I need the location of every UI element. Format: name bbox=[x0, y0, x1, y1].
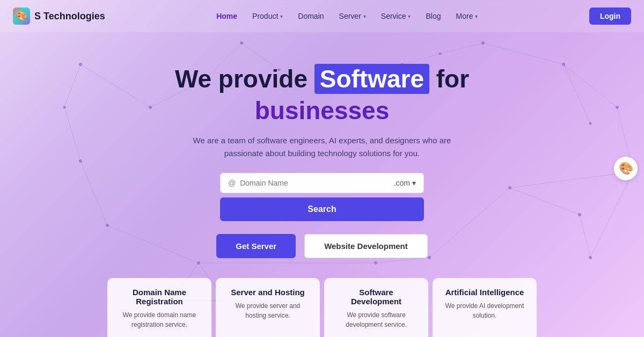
card-server-title: Server and Hosting bbox=[226, 288, 309, 297]
card-domain: Domain Name Registration We provide doma… bbox=[107, 278, 211, 337]
card-software-desc: We provide software development service. bbox=[335, 310, 418, 329]
logo[interactable]: 🎨 S Technologies bbox=[13, 8, 105, 25]
tld-select[interactable]: .com ▾ bbox=[394, 179, 416, 187]
nav-product[interactable]: Product ▾ bbox=[252, 12, 283, 20]
card-domain-desc: We provide domain name registration serv… bbox=[118, 310, 201, 329]
hero-section: We provide Software for businesses We ar… bbox=[0, 32, 644, 258]
login-button[interactable]: Login bbox=[589, 8, 631, 25]
website-dev-button[interactable]: Website Development bbox=[304, 234, 428, 258]
nav-domain[interactable]: Domain bbox=[298, 12, 324, 20]
svg-line-13 bbox=[376, 258, 429, 263]
nav-blog[interactable]: Blog bbox=[426, 12, 441, 20]
card-server-desc: We provide server and hosting service. bbox=[226, 301, 309, 320]
search-container: @ .com ▾ Search bbox=[220, 173, 424, 221]
card-domain-title: Domain Name Registration bbox=[118, 288, 201, 306]
cta-row: Get Server Website Development bbox=[216, 234, 428, 258]
get-server-button[interactable]: Get Server bbox=[216, 234, 296, 258]
chevron-down-icon: ▾ bbox=[475, 13, 478, 19]
card-ai: Artificial Intelligence We provide AI de… bbox=[433, 278, 537, 337]
domain-input-row: @ .com ▾ bbox=[220, 173, 424, 193]
card-ai-desc: We provide AI development solution. bbox=[443, 301, 526, 320]
palette-button[interactable]: 🎨 bbox=[614, 157, 638, 180]
nav-home[interactable]: Home bbox=[216, 12, 237, 20]
cards-row: Domain Name Registration We provide doma… bbox=[0, 278, 644, 337]
chevron-down-icon: ▾ bbox=[408, 13, 411, 19]
search-button[interactable]: Search bbox=[220, 197, 424, 221]
domain-input[interactable] bbox=[240, 179, 393, 187]
hero-description: We are a team of software engineers, AI … bbox=[177, 134, 467, 160]
nav-more[interactable]: More ▾ bbox=[456, 12, 478, 20]
card-software: Software Development We provide software… bbox=[324, 278, 428, 337]
palette-icon: 🎨 bbox=[619, 162, 633, 175]
chevron-down-icon: ▾ bbox=[363, 13, 366, 19]
navbar: 🎨 S Technologies Home Product ▾ Domain S… bbox=[0, 0, 644, 32]
nav-links: Home Product ▾ Domain Server ▾ Service ▾… bbox=[216, 12, 478, 20]
svg-point-28 bbox=[197, 261, 200, 265]
chevron-down-icon: ▾ bbox=[280, 13, 283, 19]
hero-title: We provide Software for bbox=[175, 64, 469, 94]
svg-point-38 bbox=[374, 261, 377, 265]
brand-name: S Technologies bbox=[34, 11, 105, 22]
card-ai-title: Artificial Intelligence bbox=[443, 288, 526, 297]
hero-subtitle: businesses bbox=[255, 96, 390, 126]
logo-icon: 🎨 bbox=[13, 8, 30, 25]
highlight-text: Software bbox=[314, 64, 429, 94]
nav-server[interactable]: Server ▾ bbox=[339, 12, 366, 20]
card-server: Server and Hosting We provide server and… bbox=[216, 278, 320, 337]
card-software-title: Software Development bbox=[335, 288, 418, 306]
chevron-down-icon: ▾ bbox=[412, 179, 416, 187]
at-icon: @ bbox=[228, 179, 236, 187]
nav-service[interactable]: Service ▾ bbox=[381, 12, 411, 20]
